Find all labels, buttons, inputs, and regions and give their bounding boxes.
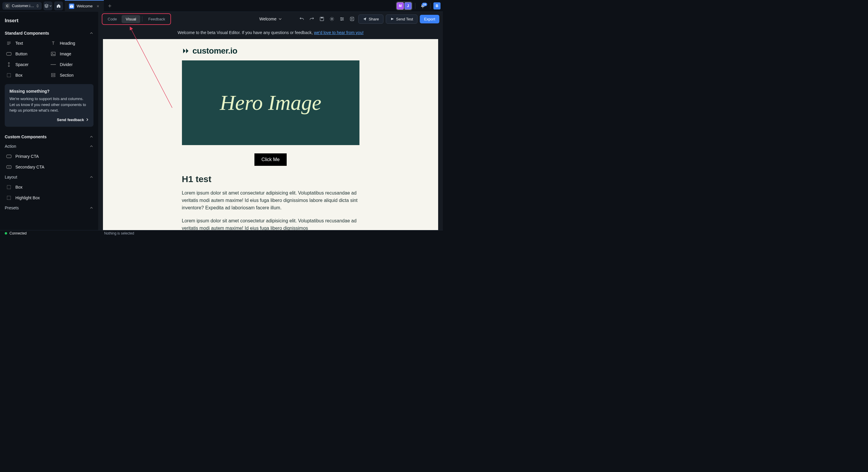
svg-rect-9 bbox=[7, 185, 11, 189]
plus-icon bbox=[108, 4, 112, 8]
top-bar: C Customer.i… Welcome M J 19 B bbox=[0, 0, 443, 12]
missing-title: Missing something? bbox=[9, 89, 89, 94]
component-highlight-box[interactable]: Highlight Box bbox=[5, 193, 93, 203]
segment-code[interactable]: Code bbox=[103, 15, 121, 23]
layers-button[interactable] bbox=[43, 1, 52, 10]
beta-banner: Welcome to the beta Visual Editor. If yo… bbox=[98, 26, 443, 39]
tab-welcome[interactable]: Welcome bbox=[65, 0, 104, 12]
segment-feedback[interactable]: Feedback bbox=[144, 15, 169, 23]
sliders-button[interactable] bbox=[338, 15, 346, 23]
image-icon bbox=[50, 52, 56, 56]
section-icon bbox=[50, 73, 56, 78]
component-divider[interactable]: Divider bbox=[49, 59, 93, 70]
undo-icon bbox=[300, 17, 304, 21]
send-test-button[interactable]: Send Test bbox=[386, 14, 418, 24]
button-icon bbox=[6, 154, 12, 158]
component-spacer[interactable]: Spacer bbox=[5, 59, 49, 70]
segment-visual[interactable]: Visual bbox=[122, 15, 140, 23]
section-action[interactable]: Action bbox=[5, 142, 93, 151]
redo-icon bbox=[309, 17, 314, 21]
export-button[interactable]: Export bbox=[420, 15, 439, 23]
paragraph-1[interactable]: Lorem ipsum dolor sit amet consectetur a… bbox=[182, 189, 360, 211]
svg-point-17 bbox=[341, 20, 342, 21]
spacer-icon bbox=[6, 62, 12, 67]
canvas-scroll[interactable]: customer.io Hero Image Click Me H1 test … bbox=[98, 39, 443, 230]
avatar-j: J bbox=[404, 2, 411, 9]
logo-icon bbox=[182, 47, 190, 55]
project-initial: C bbox=[5, 3, 10, 8]
document-title[interactable]: Welcome bbox=[259, 17, 282, 21]
view-mode-segmented: Code Visual Feedback bbox=[102, 13, 171, 25]
heading-icon bbox=[50, 41, 56, 46]
svg-point-16 bbox=[343, 19, 343, 20]
component-primary-cta[interactable]: Primary CTA bbox=[5, 151, 93, 162]
chevron-down-icon bbox=[278, 17, 282, 21]
user-avatar[interactable]: B bbox=[433, 2, 440, 9]
svg-point-3 bbox=[52, 53, 53, 54]
cta-button[interactable]: Click Me bbox=[254, 153, 287, 166]
chevron-up-icon bbox=[89, 144, 93, 148]
section-standard-components[interactable]: Standard Components bbox=[5, 28, 93, 38]
component-layout-box[interactable]: Box bbox=[5, 182, 93, 193]
email-canvas[interactable]: customer.io Hero Image Click Me H1 test … bbox=[103, 39, 438, 230]
preview-button[interactable] bbox=[348, 15, 356, 23]
component-image[interactable]: Image bbox=[49, 49, 93, 59]
svg-rect-6 bbox=[52, 76, 55, 77]
editor-area: Code Visual Feedback Welcome bbox=[98, 12, 443, 230]
notifications-button[interactable]: 19 bbox=[418, 3, 427, 8]
home-button[interactable] bbox=[54, 1, 63, 10]
share-button[interactable]: Share bbox=[358, 14, 383, 24]
collaborators[interactable]: M J bbox=[396, 2, 412, 10]
redo-button[interactable] bbox=[308, 15, 316, 23]
chevron-right-icon bbox=[86, 118, 89, 121]
avatar-m: M bbox=[397, 2, 404, 9]
section-layout[interactable]: Layout bbox=[5, 172, 93, 182]
chevron-up-icon bbox=[89, 175, 93, 179]
undo-button[interactable] bbox=[298, 15, 306, 23]
selection-status: Nothing is selected bbox=[98, 231, 134, 235]
separator bbox=[415, 3, 415, 9]
box-icon bbox=[6, 196, 12, 200]
connection-status-dot bbox=[5, 232, 7, 235]
chevron-up-icon bbox=[89, 135, 93, 139]
settings-button[interactable] bbox=[328, 15, 336, 23]
svg-point-14 bbox=[331, 18, 333, 20]
svg-point-15 bbox=[341, 18, 342, 18]
component-section[interactable]: Section bbox=[49, 70, 93, 81]
editor-toolbar: Code Visual Feedback Welcome bbox=[98, 12, 443, 26]
section-presets[interactable]: Presets bbox=[5, 203, 93, 213]
component-secondary-cta[interactable]: Secondary CTA bbox=[5, 162, 93, 172]
gear-icon bbox=[330, 17, 334, 21]
feedback-cta-link[interactable]: we'd love to hear from you! bbox=[314, 30, 364, 35]
text-icon bbox=[6, 41, 12, 46]
notification-badge: 19 bbox=[422, 3, 427, 6]
project-selector[interactable]: C Customer.i… bbox=[2, 2, 42, 10]
send-feedback-link[interactable]: Send feedback bbox=[9, 118, 89, 122]
project-name: Customer.i… bbox=[12, 4, 34, 8]
component-button[interactable]: Button bbox=[5, 49, 49, 59]
svg-rect-2 bbox=[51, 52, 55, 56]
tab-label: Welcome bbox=[76, 4, 93, 8]
section-custom-components[interactable]: Custom Components bbox=[5, 132, 93, 142]
home-icon bbox=[56, 4, 61, 8]
hero-image-block[interactable]: Hero Image bbox=[182, 60, 360, 145]
heading-h1[interactable]: H1 test bbox=[182, 174, 360, 184]
logo-text: customer.io bbox=[193, 46, 238, 56]
play-icon bbox=[350, 17, 354, 21]
svg-rect-7 bbox=[6, 155, 11, 158]
component-heading[interactable]: Heading bbox=[49, 38, 93, 49]
insert-sidebar: Insert Standard Components Text Heading … bbox=[0, 12, 98, 230]
close-tab-button[interactable] bbox=[96, 4, 100, 8]
chevron-down-icon bbox=[50, 5, 52, 7]
button-icon bbox=[6, 165, 12, 169]
svg-rect-5 bbox=[52, 73, 55, 75]
component-text[interactable]: Text bbox=[5, 38, 49, 49]
svg-rect-10 bbox=[7, 196, 11, 200]
paragraph-2[interactable]: Lorem ipsum dolor sit amet consectetur a… bbox=[182, 217, 360, 230]
save-button[interactable] bbox=[318, 15, 326, 23]
component-box[interactable]: Box bbox=[5, 70, 49, 81]
sidebar-title: Insert bbox=[5, 18, 93, 24]
chevron-up-icon bbox=[89, 206, 93, 210]
add-tab-button[interactable] bbox=[105, 4, 114, 8]
hero-text: Hero Image bbox=[220, 91, 321, 115]
